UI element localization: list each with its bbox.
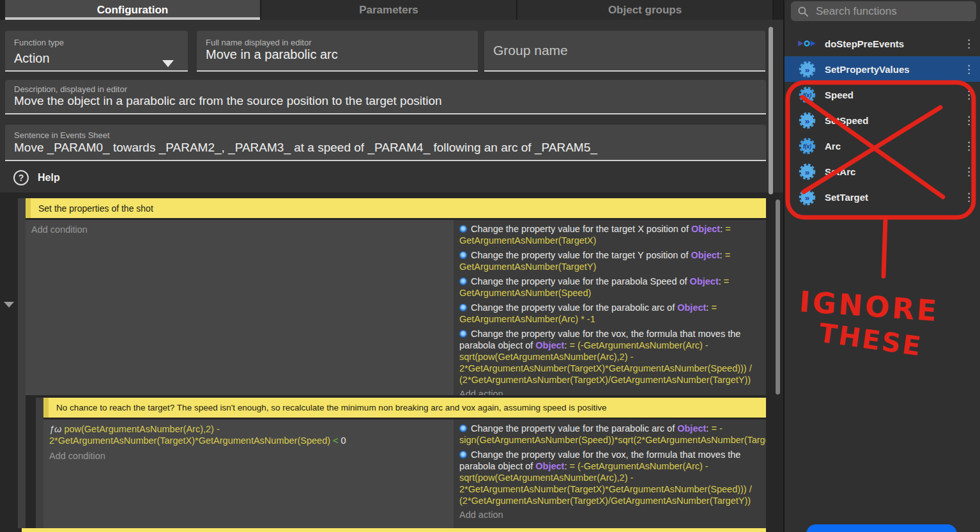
item-menu-icon[interactable]: ⋮	[963, 114, 972, 127]
gear-action-icon: »	[797, 61, 816, 78]
sidebar-item-label: Speed	[825, 90, 955, 100]
condition-expression[interactable]: ƒω pow(GetArgumentAsNumber(Arc),2) - 2*G…	[49, 423, 448, 446]
tab-bar: Configuration Parameters Object groups	[0, 0, 783, 20]
action-text: Change the property value for the vox, t…	[459, 450, 752, 506]
sidebar-item-label: SetPropertyValues	[825, 64, 955, 75]
property-action-icon	[459, 330, 467, 338]
sidebar-item-speed[interactable]: f(x) Speed ⋮	[785, 82, 980, 107]
sidebar-item-label: SetSpeed	[825, 115, 955, 126]
property-action-icon	[459, 225, 467, 233]
action-set-vox[interactable]: Change the property value for the vox, t…	[459, 328, 760, 386]
sidebar-item-label: Arc	[825, 141, 955, 152]
sentence-label: Sentence in Events Sheet	[14, 130, 110, 140]
description-field: Description, displayed in editor	[5, 80, 766, 114]
description-input[interactable]	[14, 94, 757, 108]
action-set-target-y[interactable]: Change the property value for the target…	[459, 249, 760, 272]
sentence-field: Sentence in Events Sheet	[5, 125, 766, 161]
function-type-value: Action	[14, 51, 50, 66]
description-label: Description, displayed in editor	[14, 84, 127, 94]
collapse-event-icon[interactable]	[4, 302, 14, 308]
search-box[interactable]	[791, 1, 976, 21]
gear-action-icon: »	[797, 163, 816, 180]
sidebar-item-label: SetArc	[825, 166, 955, 177]
add-action-link[interactable]: Add action	[459, 510, 760, 520]
help-link[interactable]: ? Help	[13, 170, 60, 185]
action-text: Change the property value for the parabo…	[459, 276, 729, 298]
function-type-dropdown[interactable]: Function type Action	[5, 31, 188, 72]
property-action-icon	[459, 251, 467, 259]
item-menu-icon[interactable]: ⋮	[963, 88, 972, 102]
events-scrollbar[interactable]	[776, 199, 780, 395]
property-action-icon	[459, 304, 467, 311]
property-action-icon	[459, 451, 467, 458]
conditions-column[interactable]: ƒω pow(GetArgumentAsNumber(Arc),2) - 2*G…	[43, 419, 454, 532]
gear-action-icon: »	[797, 112, 816, 129]
gear-expression-icon: f(x)	[797, 137, 816, 155]
item-menu-icon[interactable]: ⋮	[963, 191, 972, 204]
add-condition-link[interactable]: Add condition	[31, 224, 448, 235]
function-list: doStepPreEvents ⋮ » SetPropertyValues ⋮	[785, 31, 980, 210]
search-icon	[797, 6, 809, 17]
sidebar-item-label: SetTarget	[825, 192, 955, 203]
svg-text:»: »	[804, 167, 809, 176]
item-menu-icon[interactable]: ⋮	[963, 37, 972, 51]
form-scrollbar[interactable]	[769, 27, 773, 194]
item-menu-icon[interactable]: ⋮	[963, 139, 972, 153]
add-function-button[interactable]	[806, 524, 957, 532]
action-text: Change the property value for the target…	[459, 250, 730, 272]
add-condition-link[interactable]: Add condition	[49, 450, 448, 462]
property-action-icon	[459, 425, 467, 432]
action-set-target-x[interactable]: Change the property value for the target…	[459, 223, 760, 246]
full-name-label: Full name displayed in editor	[206, 38, 311, 47]
action-recalc-arc[interactable]: Change the property value for the parabo…	[459, 423, 760, 446]
item-menu-icon[interactable]: ⋮	[963, 165, 972, 178]
action-set-arc[interactable]: Change the property value for the parabo…	[459, 302, 760, 325]
property-action-icon	[459, 278, 467, 285]
search-input[interactable]	[815, 4, 970, 19]
lifecycle-icon	[797, 38, 816, 49]
function-type-label: Function type	[14, 38, 64, 47]
actions-column: Change the property value for the target…	[454, 220, 766, 395]
actions-column: Change the property value for the parabo…	[454, 419, 766, 532]
sidebar-item-label: doStepPreEvents	[825, 38, 955, 49]
action-recalc-vox[interactable]: Change the property value for the vox, t…	[459, 449, 760, 506]
gear-action-icon: »	[797, 189, 816, 206]
action-text: Change the property value for the parabo…	[459, 423, 766, 445]
svg-text:f(x): f(x)	[803, 92, 811, 98]
event-comment[interactable]: No chance to reach the target? The speed…	[43, 398, 766, 418]
help-label: Help	[38, 172, 60, 184]
tab-parameters[interactable]: Parameters	[261, 0, 517, 20]
svg-text:»: »	[804, 192, 809, 202]
sentence-input[interactable]	[14, 141, 757, 155]
sidebar-item-settarget[interactable]: » SetTarget ⋮	[785, 184, 980, 210]
group-name-input[interactable]	[493, 31, 756, 70]
tab-object-groups[interactable]: Object groups	[517, 0, 774, 20]
event-comment-peek[interactable]	[22, 528, 766, 532]
conditions-column[interactable]: Add condition	[26, 220, 454, 395]
add-action-link[interactable]: Add action	[459, 389, 760, 395]
event-row: Add condition Change the property value …	[26, 220, 766, 395]
item-menu-icon[interactable]: ⋮	[963, 63, 972, 76]
tab-configuration[interactable]: Configuration	[5, 0, 261, 20]
sidebar-item-dostepreevents[interactable]: doStepPreEvents ⋮	[785, 31, 980, 56]
event-indent-gutter	[18, 198, 26, 528]
group-name-field	[484, 31, 765, 72]
sidebar-item-arc[interactable]: f(x) Arc ⋮	[785, 133, 980, 159]
function-editor-window: Configuration Parameters Object groups F…	[0, 0, 980, 532]
action-text: Change the property value for the target…	[459, 224, 731, 246]
functions-sidebar: doStepPreEvents ⋮ » SetPropertyValues ⋮	[783, 0, 980, 532]
svg-text:»: »	[804, 116, 809, 125]
chevron-down-icon	[162, 60, 174, 67]
sidebar-item-setarc[interactable]: » SetArc ⋮	[785, 159, 980, 184]
full-name-input[interactable]	[206, 47, 469, 62]
action-text: Change the property value for the vox, t…	[459, 329, 752, 385]
sidebar-item-setpropertyvalues[interactable]: » SetPropertyValues ⋮	[785, 56, 980, 82]
svg-text:f(x): f(x)	[803, 143, 811, 150]
subevent-indent-gutter	[36, 398, 43, 528]
svg-text:»: »	[804, 65, 809, 74]
action-set-speed[interactable]: Change the property value for the parabo…	[459, 276, 760, 299]
action-text: Change the property value for the parabo…	[459, 302, 717, 324]
sidebar-item-setspeed[interactable]: » SetSpeed ⋮	[785, 107, 980, 133]
help-icon: ?	[13, 170, 29, 185]
event-comment[interactable]: Set the properties of the shot	[26, 198, 766, 218]
